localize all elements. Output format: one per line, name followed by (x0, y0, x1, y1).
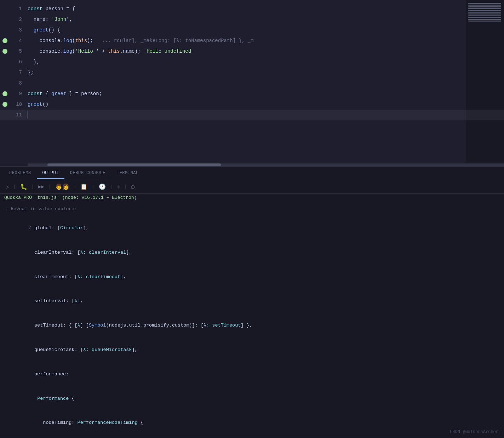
breakpoint-5 (0, 49, 10, 54)
editor-scrollbar[interactable] (28, 163, 504, 166)
code-line-5: 5 console.log('Hello ' + this.name); Hel… (0, 46, 504, 57)
debug-icon[interactable]: 🐛 (19, 183, 29, 191)
breakpoint-10 (0, 102, 10, 107)
panel-status: Quokka PRO 'this.js' (node: v16.17.1 – E… (0, 194, 504, 203)
breakpoint-9 (0, 91, 10, 96)
output-line-2: clearInterval: [λ: clearInterval], (6, 241, 498, 265)
code-line-3: 3 greet() { (0, 25, 504, 35)
output-line-7: performance: (6, 362, 498, 387)
output-line-3: clearTimeout: [λ: clearTimeout], (6, 265, 498, 289)
people-icon[interactable]: 👨‍👩 (54, 183, 71, 191)
tab-output[interactable]: OUTPUT (37, 168, 64, 179)
settings-icon[interactable]: ⚛ (115, 183, 122, 191)
sep4: | (74, 184, 76, 189)
code-line-1: 1 const person = { (0, 4, 504, 14)
sep5: | (92, 184, 94, 189)
code-line-2: 2 name: 'John', (0, 14, 504, 25)
code-line-11: 11 (0, 110, 504, 120)
watermark: CSDN @GoldenaArcher (450, 430, 498, 434)
output-line-1: { global: [Circular], (6, 216, 498, 241)
sep3: | (48, 184, 51, 189)
copy-icon[interactable]: 📋 (79, 183, 89, 191)
output-line-9: nodeTiming: PerformanceNodeTiming { (6, 411, 498, 433)
panel-toolbar: ▷ | 🐛 | ▶▶ | 👨‍👩 | 📋 | 🕐 | ⚛ | ◯ (0, 180, 504, 194)
code-line-7: 7 }; (0, 67, 504, 78)
sep7: | (124, 184, 127, 189)
reveal-label: Reveal in value explorer (11, 206, 77, 212)
reveal-link[interactable]: ⊢ Reveal in value explorer (6, 206, 498, 212)
panel-tabs: PROBLEMS OUTPUT DEBUG CONSOLE TERMINAL (0, 167, 504, 180)
output-line-4: setInterval: [λ], (6, 289, 498, 313)
tab-debug-console[interactable]: DEBUG CONSOLE (64, 168, 111, 179)
output-content[interactable]: ⊢ Reveal in value explorer { global: [Ci… (0, 203, 504, 432)
steps-icon[interactable]: ▶▶ (37, 183, 46, 190)
stop-icon[interactable]: ◯ (130, 183, 136, 191)
tab-problems[interactable]: PROBLEMS (4, 168, 37, 179)
code-line-6: 6 }, (0, 57, 504, 67)
code-line-4: 4 console.log(this); ... rcular], _makeL… (0, 35, 504, 46)
output-line-8: Performance { (6, 387, 498, 411)
breakpoint-4 (0, 38, 10, 43)
app-container: 1 const person = { 2 name: 'John', 3 gre… (0, 0, 504, 438)
code-line-8: 8 (0, 78, 504, 88)
sep2: | (31, 184, 34, 189)
clock-icon[interactable]: 🕐 (97, 183, 107, 191)
reveal-icon: ⊢ (6, 206, 8, 212)
run-icon[interactable]: ▷ (4, 183, 11, 191)
sep1: | (13, 184, 16, 189)
editor-scrollbar-thumb[interactable] (47, 163, 221, 166)
code-line-9: 9 const { greet } = person; (0, 88, 504, 99)
sep6: | (110, 184, 113, 189)
output-line-6: queueMicrotask: [λ: queueMicrotask], (6, 338, 498, 362)
tab-terminal[interactable]: TERMINAL (111, 168, 144, 179)
code-line-10: 10 greet() (0, 99, 504, 110)
editor-area: 1 const person = { 2 name: 'John', 3 gre… (0, 0, 504, 166)
output-line-5: setTimeout: { [λ] [Symbol(nodejs.util.pr… (6, 313, 498, 338)
panel-area: PROBLEMS OUTPUT DEBUG CONSOLE TERMINAL ▷… (0, 166, 504, 438)
